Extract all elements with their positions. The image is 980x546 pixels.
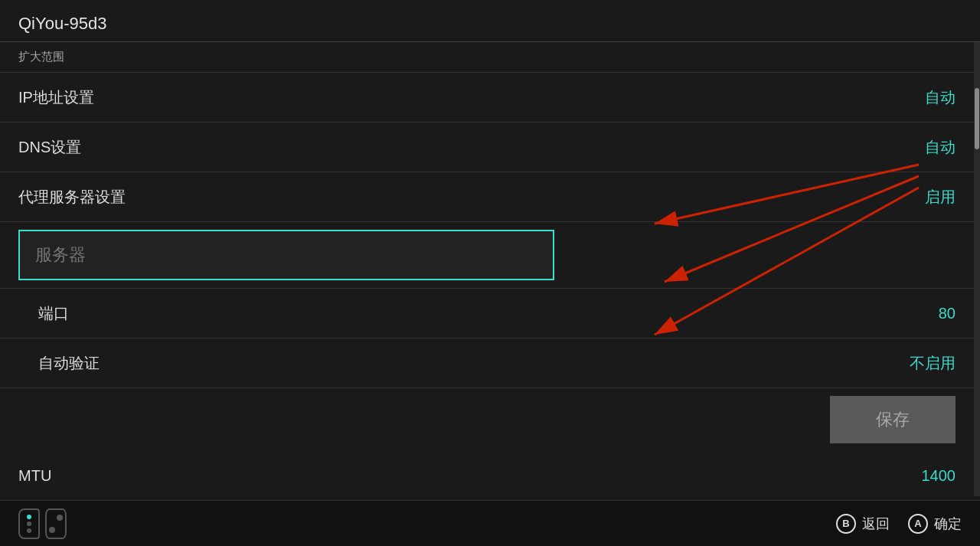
port-label: 端口 bbox=[38, 303, 69, 324]
bottom-bar: B 返回 A 确定 bbox=[0, 500, 980, 546]
proxy-settings-row[interactable]: 代理服务器设置 启用 bbox=[0, 172, 974, 222]
confirm-nav-button[interactable]: A 确定 bbox=[908, 514, 962, 534]
joycon-dot-gray bbox=[27, 521, 31, 526]
controller-icon bbox=[18, 508, 67, 539]
joycon-left-icon bbox=[18, 508, 40, 539]
dns-settings-row[interactable]: DNS设置 自动 bbox=[0, 123, 974, 172]
save-button-area: 保存 bbox=[0, 388, 974, 451]
joycon-dot-green bbox=[27, 515, 31, 519]
mtu-value: 1400 bbox=[922, 467, 956, 485]
back-label: 返回 bbox=[862, 515, 890, 533]
port-value: 80 bbox=[939, 305, 956, 322]
auto-auth-value: 不启用 bbox=[910, 353, 956, 374]
scroll-indicator bbox=[974, 42, 980, 496]
mtu-label: MTU bbox=[18, 467, 51, 485]
truncated-row: 扩大范围 bbox=[0, 42, 974, 73]
joycon-right-icon bbox=[44, 508, 67, 539]
truncated-label: 扩大范围 bbox=[18, 50, 64, 64]
save-button[interactable]: 保存 bbox=[830, 396, 956, 443]
proxy-settings-label: 代理服务器设置 bbox=[18, 187, 126, 208]
title-bar: QiYou-95d3 bbox=[0, 0, 980, 42]
back-nav-button[interactable]: B 返回 bbox=[836, 514, 890, 534]
content-area: 扩大范围 IP地址设置 自动 DNS设置 自动 代理服务器设置 启用 端口 80… bbox=[0, 42, 980, 496]
nav-buttons: B 返回 A 确定 bbox=[836, 514, 962, 534]
auto-auth-row[interactable]: 自动验证 不启用 bbox=[0, 338, 974, 388]
mtu-row[interactable]: MTU 1400 bbox=[0, 451, 974, 496]
back-btn-circle: B bbox=[836, 514, 856, 534]
svg-point-5 bbox=[57, 515, 63, 521]
ip-settings-label: IP地址设置 bbox=[18, 87, 94, 108]
settings-panel: 扩大范围 IP地址设置 自动 DNS设置 自动 代理服务器设置 启用 端口 80… bbox=[0, 42, 974, 496]
page-title: QiYou-95d3 bbox=[18, 14, 106, 33]
svg-rect-4 bbox=[46, 509, 66, 538]
confirm-btn-circle: A bbox=[908, 514, 928, 534]
svg-point-6 bbox=[49, 527, 55, 533]
server-input[interactable] bbox=[18, 230, 554, 280]
scroll-thumb bbox=[975, 88, 979, 149]
port-row[interactable]: 端口 80 bbox=[0, 289, 974, 338]
server-row[interactable] bbox=[0, 222, 974, 289]
dns-settings-label: DNS设置 bbox=[18, 137, 81, 158]
ip-settings-value: 自动 bbox=[925, 87, 956, 108]
ip-settings-row[interactable]: IP地址设置 自动 bbox=[0, 73, 974, 123]
auto-auth-label: 自动验证 bbox=[38, 353, 100, 374]
dns-settings-value: 自动 bbox=[925, 137, 956, 158]
confirm-label: 确定 bbox=[934, 515, 962, 533]
joycon-dot-gray-2 bbox=[27, 528, 31, 533]
proxy-settings-value: 启用 bbox=[925, 187, 956, 208]
